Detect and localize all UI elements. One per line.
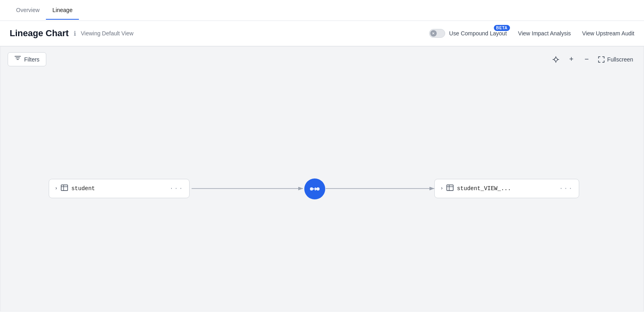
- info-icon[interactable]: ℹ: [74, 30, 76, 37]
- transform-node[interactable]: [304, 178, 325, 199]
- zoom-out-button[interactable]: −: [580, 53, 593, 66]
- student-view-node-table-icon: [446, 185, 454, 193]
- zoom-controls: + − Fullscreen: [549, 53, 636, 66]
- student-view-node-label: student_VIEW_...: [457, 185, 556, 192]
- crosshair-icon: [552, 56, 559, 63]
- page-title: Lineage Chart: [10, 28, 69, 39]
- zoom-in-button[interactable]: +: [564, 53, 578, 66]
- student-view-node-dots[interactable]: ···: [559, 185, 573, 192]
- student-view-node-chevron: ›: [440, 186, 443, 191]
- student-node-label: student: [71, 185, 166, 192]
- student-node-dots[interactable]: ···: [169, 185, 184, 192]
- fullscreen-button[interactable]: Fullscreen: [595, 54, 636, 65]
- view-label: Viewing Default View: [81, 30, 134, 37]
- compound-layout-label: Use Compound Layout: [449, 30, 507, 37]
- svg-point-0: [554, 58, 557, 61]
- svg-rect-13: [447, 185, 453, 191]
- svg-point-12: [316, 187, 320, 191]
- header-bar: Lineage Chart ℹ Viewing Default View BET…: [0, 21, 644, 46]
- toggle-knob: [430, 30, 437, 37]
- tab-overview[interactable]: Overview: [10, 1, 46, 20]
- chart-container: Filters + − Fullscreen: [0, 46, 644, 312]
- student-node-chevron: ›: [55, 186, 58, 191]
- tab-lineage[interactable]: Lineage: [46, 1, 79, 20]
- transform-icon: [309, 185, 320, 193]
- chart-toolbar: Filters + − Fullscreen: [0, 47, 644, 72]
- filters-button[interactable]: Filters: [8, 52, 46, 66]
- student-view-node[interactable]: › student_VIEW_... ···: [434, 179, 579, 198]
- header-right: BETA Use Compound Layout View Impact Ana…: [429, 29, 634, 38]
- filters-label: Filters: [24, 56, 39, 63]
- student-node-table-icon: [61, 185, 68, 193]
- view-upstream-audit-link[interactable]: View Upstream Audit: [582, 30, 634, 37]
- filter-icon: [14, 56, 21, 63]
- fullscreen-icon: [598, 56, 605, 63]
- student-node[interactable]: › student ···: [49, 179, 190, 198]
- compound-layout-group: BETA Use Compound Layout: [429, 29, 507, 38]
- recenter-button[interactable]: [549, 53, 563, 66]
- beta-badge: BETA: [494, 25, 510, 31]
- lineage-area: › student ··· ›: [0, 72, 644, 305]
- compound-layout-toggle[interactable]: [429, 29, 445, 38]
- svg-point-11: [310, 187, 313, 191]
- top-nav: Overview Lineage: [0, 0, 644, 21]
- fullscreen-label: Fullscreen: [607, 56, 633, 63]
- view-impact-analysis-link[interactable]: View Impact Analysis: [518, 30, 571, 37]
- svg-rect-8: [61, 185, 68, 191]
